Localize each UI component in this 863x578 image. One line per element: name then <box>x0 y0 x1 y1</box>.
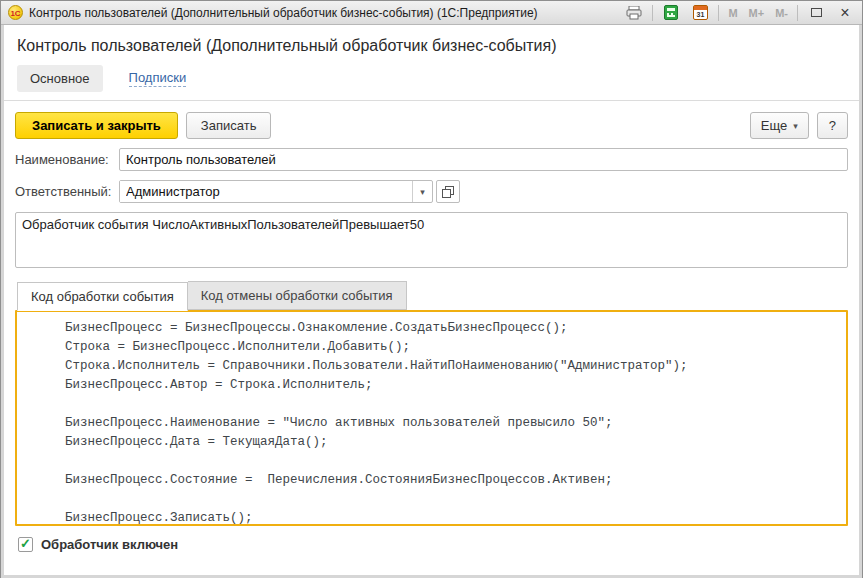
code-line: БизнесПроцесс.Дата = ТекущаяДата(); <box>35 433 840 452</box>
owner-open-button[interactable] <box>436 180 460 203</box>
owner-field-label: Ответственный: <box>15 184 119 199</box>
title-bar: 1С Контроль пользователей (Дополнительны… <box>1 1 862 25</box>
1c-logo-icon: 1С <box>8 5 23 20</box>
maximize-button[interactable] <box>805 4 827 22</box>
memory-add-button[interactable]: M+ <box>747 4 767 22</box>
calculator-icon <box>664 5 678 20</box>
tab-main[interactable]: Основное <box>17 65 103 92</box>
owner-combo: ▾ <box>119 180 433 203</box>
calendar-button[interactable]: 31 <box>689 4 711 22</box>
tab-handler-code[interactable]: Код обработки события <box>17 282 188 311</box>
code-line: Строка = БизнесПроцесс.Исполнители.Добав… <box>35 338 840 357</box>
handler-enabled-checkbox[interactable]: ✓ <box>18 537 33 552</box>
chevron-down-icon: ▾ <box>793 121 798 131</box>
code-line <box>35 490 840 509</box>
memory-subtract-button[interactable]: M- <box>773 4 790 22</box>
page-title: Контроль пользователей (Дополнительный о… <box>17 37 848 55</box>
print-button[interactable] <box>623 4 645 22</box>
memory-recall-button[interactable]: M <box>726 4 739 22</box>
maximize-icon <box>811 8 822 17</box>
name-field-label: Наименование: <box>15 152 119 167</box>
handler-enabled-row: ✓ Обработчик включен <box>15 537 848 552</box>
checkmark-icon: ✓ <box>20 537 31 550</box>
toolbar-separator <box>652 5 653 21</box>
code-tab-group: Код обработки события Код отмены обработ… <box>15 281 848 526</box>
calculator-button[interactable] <box>660 4 682 22</box>
tab-subscriptions[interactable]: Подписки <box>129 70 187 87</box>
code-line: Строка.Исполнитель = Справочники.Пользов… <box>35 357 840 376</box>
code-line: БизнесПроцесс.Состояние = Перечисления.С… <box>35 471 840 490</box>
toolbar-separator <box>797 5 798 21</box>
titlebar-tools: 31 M M+ M- × <box>623 4 856 22</box>
close-icon: × <box>840 5 849 21</box>
owner-input[interactable] <box>120 181 412 202</box>
code-line: БизнесПроцесс.Автор = Строка.Исполнитель… <box>35 376 840 395</box>
nav-separator <box>4 100 859 101</box>
code-tabs: Код обработки события Код отмены обработ… <box>15 281 848 310</box>
toolbar-separator <box>718 5 719 21</box>
command-bar: Записать и закрыть Записать Еще ▾ ? <box>15 112 848 139</box>
printer-icon <box>626 6 642 20</box>
more-button[interactable]: Еще ▾ <box>750 112 809 139</box>
owner-dropdown-button[interactable]: ▾ <box>412 181 432 202</box>
nav-tabs: Основное Подписки <box>15 65 848 92</box>
code-line: БизнесПроцесс.Наименование = "Число акти… <box>35 414 840 433</box>
more-button-label: Еще <box>761 118 787 133</box>
code-line: БизнесПроцесс = БизнесПроцессы.Ознакомле… <box>35 319 840 338</box>
code-line <box>35 395 840 414</box>
code-line <box>35 452 840 471</box>
app-window: 1С Контроль пользователей (Дополнительны… <box>0 0 863 578</box>
tab-cancel-code[interactable]: Код отмены обработки события <box>188 281 407 310</box>
calendar-icon: 31 <box>693 5 708 20</box>
code-editor-content: БизнесПроцесс = БизнесПроцессы.Ознакомле… <box>35 319 840 526</box>
help-button[interactable]: ? <box>817 112 848 139</box>
window-title: Контроль пользователей (Дополнительный о… <box>29 6 617 20</box>
open-in-window-icon <box>442 186 454 198</box>
save-button[interactable]: Записать <box>186 112 272 139</box>
form-content: Контроль пользователей (Дополнительный о… <box>4 25 859 575</box>
code-editor[interactable]: БизнесПроцесс = БизнесПроцессы.Ознакомле… <box>15 310 848 526</box>
name-field-row: Наименование: <box>15 148 848 171</box>
owner-field-row: Ответственный: ▾ <box>15 180 848 203</box>
close-button[interactable]: × <box>834 4 856 22</box>
window-frame: Контроль пользователей (Дополнительный о… <box>1 25 862 578</box>
name-input[interactable] <box>119 148 848 171</box>
code-line: БизнесПроцесс.Записать(); <box>35 509 840 526</box>
handler-enabled-label: Обработчик включен <box>41 537 178 552</box>
save-and-close-button[interactable]: Записать и закрыть <box>15 112 178 139</box>
description-field[interactable]: Обработчик события ЧислоАктивныхПользова… <box>15 212 848 268</box>
